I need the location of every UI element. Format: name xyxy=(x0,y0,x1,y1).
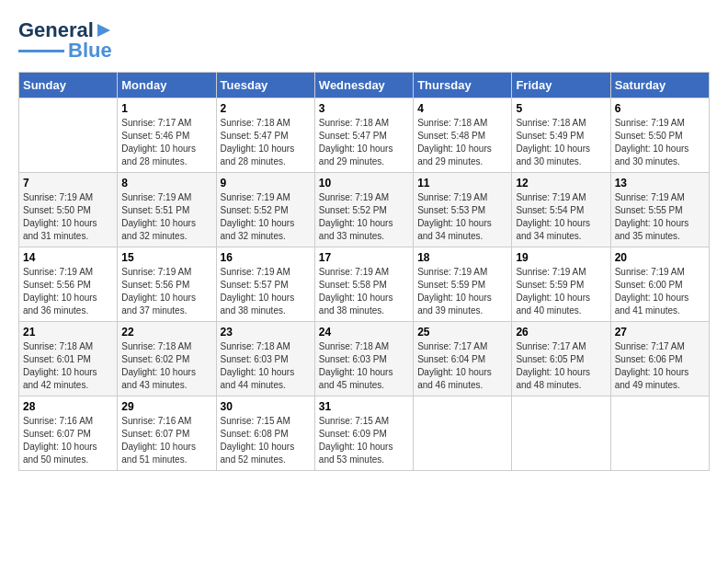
day-number: 8 xyxy=(121,177,211,190)
day-of-week-header: Thursday xyxy=(414,73,512,98)
calendar-cell xyxy=(414,396,512,471)
day-number: 21 xyxy=(23,326,113,339)
day-number: 27 xyxy=(615,326,705,339)
calendar-week-row: 7Sunrise: 7:19 AM Sunset: 5:50 PM Daylig… xyxy=(19,173,710,247)
calendar-cell: 25Sunrise: 7:17 AM Sunset: 6:04 PM Dayli… xyxy=(414,322,512,396)
logo-underline xyxy=(18,50,64,52)
day-info: Sunrise: 7:18 AM Sunset: 6:01 PM Dayligh… xyxy=(23,340,113,392)
day-info: Sunrise: 7:19 AM Sunset: 5:50 PM Dayligh… xyxy=(615,117,705,168)
day-info: Sunrise: 7:15 AM Sunset: 6:09 PM Dayligh… xyxy=(319,415,409,466)
calendar-table: SundayMondayTuesdayWednesdayThursdayFrid… xyxy=(18,72,710,471)
calendar-cell: 23Sunrise: 7:18 AM Sunset: 6:03 PM Dayli… xyxy=(216,322,314,396)
day-number: 1 xyxy=(121,102,211,115)
calendar-cell: 24Sunrise: 7:18 AM Sunset: 6:03 PM Dayli… xyxy=(314,322,413,396)
calendar-cell: 3Sunrise: 7:18 AM Sunset: 5:47 PM Daylig… xyxy=(314,98,413,173)
calendar-cell: 10Sunrise: 7:19 AM Sunset: 5:52 PM Dayli… xyxy=(314,173,413,247)
calendar-cell: 30Sunrise: 7:15 AM Sunset: 6:08 PM Dayli… xyxy=(216,396,314,471)
day-number: 9 xyxy=(221,177,311,190)
day-info: Sunrise: 7:19 AM Sunset: 5:53 PM Dayligh… xyxy=(417,191,507,243)
day-number: 2 xyxy=(221,102,311,115)
day-number: 11 xyxy=(417,177,507,190)
day-of-week-header: Monday xyxy=(118,73,216,98)
day-number: 20 xyxy=(615,251,705,264)
day-info: Sunrise: 7:17 AM Sunset: 6:05 PM Dayligh… xyxy=(516,340,606,392)
day-info: Sunrise: 7:19 AM Sunset: 5:54 PM Dayligh… xyxy=(516,191,606,243)
calendar-cell: 27Sunrise: 7:17 AM Sunset: 6:06 PM Dayli… xyxy=(610,322,709,396)
day-number: 16 xyxy=(221,251,311,264)
day-of-week-header: Tuesday xyxy=(216,73,314,98)
calendar-cell: 26Sunrise: 7:17 AM Sunset: 6:05 PM Dayli… xyxy=(512,322,610,396)
day-number: 3 xyxy=(319,102,409,115)
calendar-cell: 8Sunrise: 7:19 AM Sunset: 5:51 PM Daylig… xyxy=(118,173,216,247)
day-of-week-header: Wednesday xyxy=(314,73,413,98)
calendar-cell: 31Sunrise: 7:15 AM Sunset: 6:09 PM Dayli… xyxy=(314,396,413,471)
calendar-cell: 12Sunrise: 7:19 AM Sunset: 5:54 PM Dayli… xyxy=(512,173,610,247)
day-info: Sunrise: 7:19 AM Sunset: 6:00 PM Dayligh… xyxy=(615,266,705,317)
calendar-week-row: 14Sunrise: 7:19 AM Sunset: 5:56 PM Dayli… xyxy=(19,247,710,322)
day-number: 31 xyxy=(319,400,409,413)
day-number: 12 xyxy=(516,177,606,190)
day-info: Sunrise: 7:18 AM Sunset: 5:47 PM Dayligh… xyxy=(221,117,311,168)
day-info: Sunrise: 7:19 AM Sunset: 5:52 PM Dayligh… xyxy=(221,191,311,243)
day-number: 10 xyxy=(319,177,409,190)
day-number: 23 xyxy=(221,326,311,339)
day-number: 29 xyxy=(121,400,211,413)
calendar-cell xyxy=(19,98,118,173)
calendar-cell: 19Sunrise: 7:19 AM Sunset: 5:59 PM Dayli… xyxy=(512,247,610,322)
day-info: Sunrise: 7:18 AM Sunset: 6:03 PM Dayligh… xyxy=(221,340,311,392)
calendar-cell: 20Sunrise: 7:19 AM Sunset: 6:00 PM Dayli… xyxy=(610,247,709,322)
day-number: 19 xyxy=(516,251,606,264)
calendar-cell: 14Sunrise: 7:19 AM Sunset: 5:56 PM Dayli… xyxy=(19,247,118,322)
day-info: Sunrise: 7:19 AM Sunset: 5:56 PM Dayligh… xyxy=(23,266,113,317)
day-number: 18 xyxy=(417,251,507,264)
calendar-cell: 22Sunrise: 7:18 AM Sunset: 6:02 PM Dayli… xyxy=(118,322,216,396)
calendar-cell xyxy=(610,396,709,471)
calendar-week-row: 28Sunrise: 7:16 AM Sunset: 6:07 PM Dayli… xyxy=(19,396,710,471)
day-number: 22 xyxy=(121,326,211,339)
day-info: Sunrise: 7:19 AM Sunset: 5:58 PM Dayligh… xyxy=(319,266,409,317)
calendar-cell: 28Sunrise: 7:16 AM Sunset: 6:07 PM Dayli… xyxy=(19,396,118,471)
calendar-cell: 7Sunrise: 7:19 AM Sunset: 5:50 PM Daylig… xyxy=(19,173,118,247)
calendar-cell: 4Sunrise: 7:18 AM Sunset: 5:48 PM Daylig… xyxy=(414,98,512,173)
calendar-cell xyxy=(512,396,610,471)
logo-blue: Blue xyxy=(68,39,112,63)
calendar-cell: 2Sunrise: 7:18 AM Sunset: 5:47 PM Daylig… xyxy=(216,98,314,173)
calendar-cell: 6Sunrise: 7:19 AM Sunset: 5:50 PM Daylig… xyxy=(610,98,709,173)
day-info: Sunrise: 7:18 AM Sunset: 6:02 PM Dayligh… xyxy=(121,340,211,392)
calendar-cell: 21Sunrise: 7:18 AM Sunset: 6:01 PM Dayli… xyxy=(19,322,118,396)
calendar-cell: 15Sunrise: 7:19 AM Sunset: 5:56 PM Dayli… xyxy=(118,247,216,322)
logo: General Blue xyxy=(18,18,112,63)
calendar-header-row: SundayMondayTuesdayWednesdayThursdayFrid… xyxy=(19,73,710,98)
day-number: 17 xyxy=(319,251,409,264)
day-number: 25 xyxy=(417,326,507,339)
day-info: Sunrise: 7:19 AM Sunset: 5:52 PM Dayligh… xyxy=(319,191,409,243)
day-number: 4 xyxy=(417,102,507,115)
day-number: 24 xyxy=(319,326,409,339)
calendar-cell: 13Sunrise: 7:19 AM Sunset: 5:55 PM Dayli… xyxy=(610,173,709,247)
page-header: General Blue xyxy=(18,18,710,63)
day-number: 26 xyxy=(516,326,606,339)
day-info: Sunrise: 7:15 AM Sunset: 6:08 PM Dayligh… xyxy=(221,415,311,466)
calendar-cell: 17Sunrise: 7:19 AM Sunset: 5:58 PM Dayli… xyxy=(314,247,413,322)
day-number: 28 xyxy=(23,400,113,413)
calendar-cell: 1Sunrise: 7:17 AM Sunset: 5:46 PM Daylig… xyxy=(118,98,216,173)
day-info: Sunrise: 7:19 AM Sunset: 5:50 PM Dayligh… xyxy=(23,191,113,243)
day-info: Sunrise: 7:19 AM Sunset: 5:59 PM Dayligh… xyxy=(516,266,606,317)
day-info: Sunrise: 7:17 AM Sunset: 5:46 PM Dayligh… xyxy=(121,117,211,168)
day-info: Sunrise: 7:18 AM Sunset: 5:49 PM Dayligh… xyxy=(516,117,606,168)
day-number: 7 xyxy=(23,177,113,190)
day-of-week-header: Sunday xyxy=(19,73,118,98)
day-number: 6 xyxy=(615,102,705,115)
day-info: Sunrise: 7:16 AM Sunset: 6:07 PM Dayligh… xyxy=(121,415,211,466)
calendar-week-row: 21Sunrise: 7:18 AM Sunset: 6:01 PM Dayli… xyxy=(19,322,710,396)
calendar-cell: 9Sunrise: 7:19 AM Sunset: 5:52 PM Daylig… xyxy=(216,173,314,247)
calendar-week-row: 1Sunrise: 7:17 AM Sunset: 5:46 PM Daylig… xyxy=(19,98,710,173)
calendar-cell: 18Sunrise: 7:19 AM Sunset: 5:59 PM Dayli… xyxy=(414,247,512,322)
day-number: 15 xyxy=(121,251,211,264)
calendar-cell: 11Sunrise: 7:19 AM Sunset: 5:53 PM Dayli… xyxy=(414,173,512,247)
day-info: Sunrise: 7:19 AM Sunset: 5:55 PM Dayligh… xyxy=(615,191,705,243)
day-number: 5 xyxy=(516,102,606,115)
day-info: Sunrise: 7:17 AM Sunset: 6:06 PM Dayligh… xyxy=(615,340,705,392)
day-info: Sunrise: 7:19 AM Sunset: 5:51 PM Dayligh… xyxy=(121,191,211,243)
calendar-cell: 16Sunrise: 7:19 AM Sunset: 5:57 PM Dayli… xyxy=(216,247,314,322)
